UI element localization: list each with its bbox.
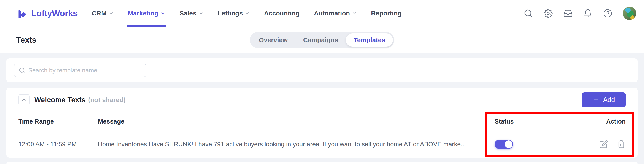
inbox-icon[interactable] [563,9,573,18]
nav-label: CRM [92,10,106,17]
add-button-label: Add [603,96,615,104]
add-button[interactable]: Add [582,92,626,107]
chevron-down-icon [199,11,204,16]
edit-icon[interactable] [599,140,608,149]
column-header-action: Action [566,118,626,125]
tab-campaigns[interactable]: Campaigns [296,33,346,47]
search-card [6,58,638,82]
nav-item-automation[interactable]: Automation [314,0,357,27]
chevron-down-icon [352,11,357,16]
content-area: Welcome Texts (not shared) Add Time Rang… [0,53,644,164]
row-message: Home Inventories Have SHRUNK! I have 791… [98,141,494,148]
tab-group: Overview Campaigns Templates [250,32,394,48]
nav-label: Marketing [128,10,158,17]
collapse-section-button[interactable] [18,94,30,105]
nav-item-sales[interactable]: Sales [180,0,203,27]
table-row: 12:00 AM - 11:59 PM Home Inventories Hav… [6,131,638,158]
section-header: Welcome Texts (not shared) Add [6,87,638,112]
nav-label: Automation [314,10,350,17]
loftyworks-logo-icon [16,7,28,19]
chevron-down-icon [245,11,250,16]
toggle-knob [505,140,512,148]
column-header-message: Message [98,118,494,125]
nav-item-lettings[interactable]: Lettings [218,0,250,27]
chevron-down-icon [109,11,114,16]
brand-name: LoftyWorks [31,9,78,18]
chevron-up-icon [21,97,27,103]
notifications-icon[interactable] [583,9,592,18]
settings-icon[interactable] [543,9,553,18]
help-icon[interactable] [603,9,612,18]
nav-item-marketing[interactable]: Marketing [128,0,166,27]
column-header-status: Status [494,118,566,125]
delete-icon[interactable] [617,140,626,149]
welcome-texts-section: Welcome Texts (not shared) Add Time Rang… [6,87,638,158]
page-header: Texts Overview Campaigns Templates [0,27,644,53]
active-nav-underline [127,25,166,27]
topbar-actions [524,7,636,20]
search-icon [19,67,25,74]
plus-icon [592,96,600,103]
nav-label: Accounting [264,10,300,17]
table-header-row: Time Range Message Status Action [6,112,638,131]
tab-overview[interactable]: Overview [251,33,295,47]
nav-item-reporting[interactable]: Reporting [371,0,402,27]
nav-label: Sales [180,10,196,17]
page-title: Texts [16,35,36,45]
section-subtitle: (not shared) [88,96,126,103]
nav-item-crm[interactable]: CRM [92,0,114,27]
tab-templates[interactable]: Templates [346,33,393,47]
main-nav: CRM Marketing Sales Lettings Accounti [92,0,402,27]
topbar: LoftyWorks CRM Marketing Sales Lettings [0,0,644,27]
nav-label: Lettings [218,10,243,17]
brand-logo[interactable]: LoftyWorks [16,7,78,19]
column-header-time-range: Time Range [18,118,98,125]
avatar[interactable] [623,7,636,20]
nav-label: Reporting [371,10,402,17]
row-time-range: 12:00 AM - 11:59 PM [18,141,98,148]
search-box [14,64,146,77]
search-icon[interactable] [524,9,533,18]
nav-item-accounting[interactable]: Accounting [264,0,300,27]
chevron-down-icon [160,11,165,16]
section-title: Welcome Texts [34,96,86,104]
row-actions [599,140,626,149]
template-search-input[interactable] [28,67,142,74]
status-toggle[interactable] [494,140,513,149]
next-section-card-top [6,162,638,164]
